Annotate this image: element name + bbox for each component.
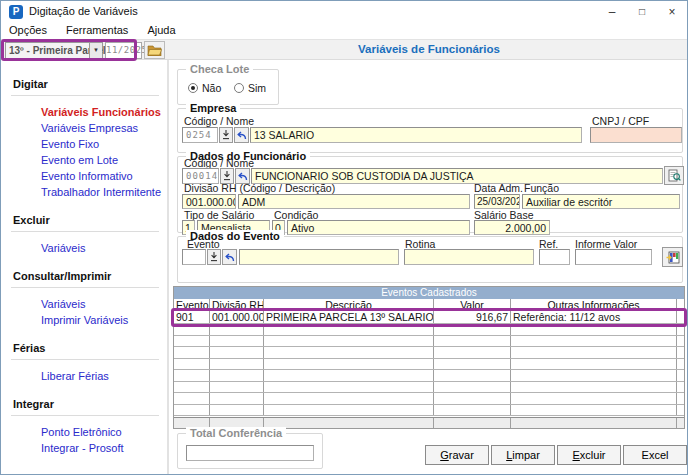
sidebar-header: Excluir: [11, 214, 159, 232]
evento-codigo-input[interactable]: [182, 249, 206, 265]
competence-input[interactable]: 11/2025: [105, 42, 142, 59]
col-header-valor[interactable]: Valor: [434, 299, 511, 310]
total-conferencia-input[interactable]: [186, 445, 314, 461]
empty-cell: [210, 324, 264, 335]
table-empty-row[interactable]: [174, 359, 684, 371]
maximize-icon[interactable]: □: [627, 1, 657, 23]
informe-valor-input[interactable]: [575, 249, 652, 265]
empty-cell: [264, 336, 434, 347]
excel-button[interactable]: Excel: [623, 445, 687, 465]
empty-cell: [434, 324, 511, 335]
empresa-nome-input[interactable]: 13 SALARIO: [250, 127, 582, 143]
divisao-codigo-input[interactable]: 001.000.000: [182, 194, 236, 209]
minimize-icon[interactable]: –: [597, 1, 627, 23]
sidebar-section-integrar: Integrar Ponto Eletrônico Integrar - Pro…: [11, 398, 167, 470]
col-header-evento[interactable]: Evento: [174, 299, 210, 310]
empty-cell: [511, 347, 677, 358]
funcao-input[interactable]: Auxiliar de escritór: [522, 194, 680, 209]
funcao-label: Função: [524, 182, 559, 194]
menu-opcoes[interactable]: Opções: [1, 23, 55, 36]
table-empty-row[interactable]: [174, 370, 684, 382]
sidebar-item-evento-informativo[interactable]: Evento Informativo: [41, 168, 167, 184]
limpar-button[interactable]: Limpar: [491, 445, 555, 465]
cnpj-cpf-input[interactable]: [590, 127, 682, 143]
evento-descricao-input[interactable]: [239, 249, 399, 265]
total-conferencia-group: Total Conferência: [177, 433, 323, 469]
sidebar-item-evento-fixo[interactable]: Evento Fixo: [41, 136, 167, 152]
table-empty-row[interactable]: [174, 336, 684, 348]
chevron-down-icon[interactable]: ▼: [89, 43, 102, 58]
sidebar-item-evento-em-lote[interactable]: Evento em Lote: [41, 152, 167, 168]
sidebar-section-consultar-imprimir: Consultar/Imprimir Variáveis Imprimir Va…: [11, 270, 167, 342]
data-adm-input[interactable]: 25/03/2024: [474, 194, 520, 209]
divisao-rh-label: Divisão RH (Código / Descrição): [184, 182, 335, 194]
radio-nao[interactable]: Não: [188, 82, 221, 94]
radio-sim-dot[interactable]: [234, 83, 244, 93]
menu-bar: Opções Ferramentas Ajuda: [1, 23, 687, 39]
table-row[interactable]: 901 001.000.000 PRIMEIRA PARCELA 13º SAL…: [174, 311, 684, 324]
funcionario-search-button[interactable]: [664, 166, 684, 185]
menu-ajuda[interactable]: Ajuda: [139, 23, 183, 36]
colored-grid-calculator-icon: [666, 251, 680, 264]
table-empty-row[interactable]: [174, 324, 684, 336]
condicao-input[interactable]: Ativo: [287, 220, 470, 235]
sidebar-item-variaveis-funcionarios[interactable]: Variáveis Funcionários: [41, 104, 167, 120]
empty-cell: [174, 382, 210, 393]
undo-curved-arrow-icon: [236, 131, 247, 140]
sidebar-item-consultar-variaveis[interactable]: Variáveis: [41, 296, 167, 312]
empresa-label: Empresa: [186, 102, 240, 114]
empresa-codigo-input[interactable]: 0254: [182, 127, 218, 143]
sidebar-header: Férias: [11, 342, 159, 360]
empresa-lookup-button[interactable]: [219, 127, 233, 143]
sidebar-item-ponto-eletronico[interactable]: Ponto Eletrônico: [41, 424, 167, 440]
table-empty-row[interactable]: [174, 347, 684, 359]
period-select[interactable]: 13º - Primeira Parcela ▼: [5, 42, 103, 59]
col-header-descricao[interactable]: Descrição: [264, 299, 434, 310]
empty-cell: [210, 359, 264, 370]
col-header-divisao-rh[interactable]: Divisão RH: [210, 299, 264, 310]
ref-input[interactable]: [539, 249, 570, 265]
empty-cell: [264, 382, 434, 393]
radio-sim[interactable]: Sim: [234, 82, 266, 94]
menu-ferramentas[interactable]: Ferramentas: [58, 23, 136, 36]
excluir-button-label: Excluir: [572, 449, 605, 461]
table-empty-row[interactable]: [174, 405, 684, 417]
close-icon[interactable]: ×: [657, 1, 687, 23]
empresa-group: Empresa Código / Nome 0254 13 SALARIO: [177, 108, 683, 153]
rotina-input[interactable]: [404, 249, 534, 265]
empty-cell: [677, 324, 684, 335]
empty-cell: [511, 324, 677, 335]
empty-cell: [511, 393, 677, 404]
sidebar-item-trabalhador-intermitente[interactable]: Trabalhador Intermitente: [41, 184, 167, 200]
salario-base-input[interactable]: 2.000,00: [474, 220, 550, 235]
evento-lookup-button[interactable]: [207, 249, 221, 265]
empty-cell: [174, 405, 210, 416]
checa-lote-group: Checa Lote Não Sim: [177, 69, 279, 105]
sidebar-item-integrar-prosoft[interactable]: Integrar - Prosoft: [41, 440, 167, 456]
evento-values-button[interactable]: [662, 247, 683, 267]
empty-cell: [264, 370, 434, 381]
col-header-outras-informacoes[interactable]: Outras Informações: [511, 299, 677, 310]
gravar-button[interactable]: Gravar: [425, 445, 489, 465]
open-folder-button[interactable]: [144, 41, 165, 59]
radio-nao-dot[interactable]: [188, 83, 198, 93]
evento-undo-button[interactable]: [222, 249, 237, 265]
sidebar-item-liberar-ferias[interactable]: Liberar Férias: [41, 368, 167, 384]
empty-cell: [677, 359, 684, 370]
empty-cell: [677, 382, 684, 393]
cell-divisao-rh: 001.000.000: [210, 311, 264, 323]
arrow-down-to-line-icon: [210, 252, 218, 262]
sidebar-item-variaveis-empresas[interactable]: Variáveis Empresas: [41, 120, 167, 136]
excluir-button[interactable]: Excluir: [557, 445, 621, 465]
cell-valor: 916,67: [434, 311, 511, 323]
divisao-descricao-input[interactable]: ADM: [238, 194, 470, 209]
table-empty-row[interactable]: [174, 382, 684, 394]
empresa-undo-button[interactable]: [234, 127, 249, 143]
footer-cell: [264, 418, 434, 428]
limpar-button-label: Limpar: [506, 449, 540, 461]
empty-cell: [677, 336, 684, 347]
sidebar-item-excluir-variaveis[interactable]: Variáveis: [41, 240, 167, 256]
sidebar-item-imprimir-variaveis[interactable]: Imprimir Variáveis: [41, 312, 167, 328]
table-empty-row[interactable]: [174, 393, 684, 405]
empty-cell: [174, 359, 210, 370]
